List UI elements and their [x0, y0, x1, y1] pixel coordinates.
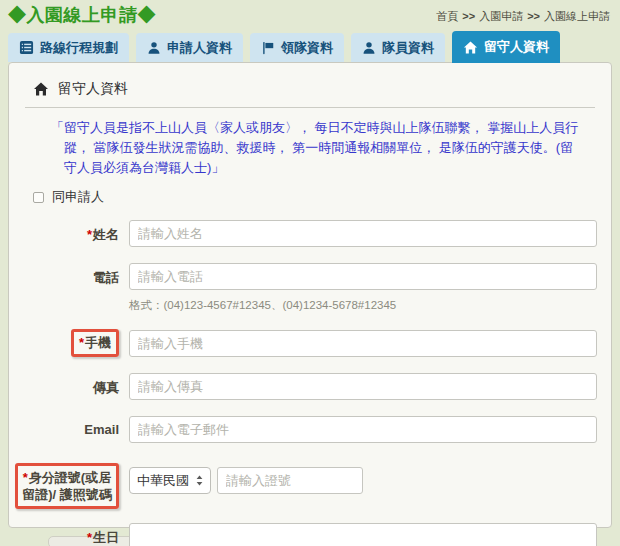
tab-bar: 路線行程規劃 申請人資料 領隊資料 隊員資料 留守人資料	[0, 30, 620, 62]
breadcrumb: 首頁>>入園申請>>入園線上申請	[436, 3, 610, 24]
same-as-applicant-checkbox[interactable]: 同申請人	[33, 188, 597, 206]
birthday-input[interactable]	[129, 523, 597, 546]
emergency-contact-form: *姓名 電話 格式：(04)123-4567#12345、(04)1234-56…	[23, 220, 597, 546]
id-number-highlight-box: *身分證號(或居留證)/ 護照號碼	[15, 463, 119, 509]
breadcrumb-separator: >>	[527, 10, 540, 22]
top-bar: ◆入園線上申請◆ 首頁>>入園申請>>入園線上申請	[0, 0, 620, 27]
checkbox-label: 同申請人	[52, 188, 104, 206]
required-asterisk: *	[79, 335, 84, 350]
phone-input[interactable]	[129, 263, 597, 290]
tab-member-info[interactable]: 隊員資料	[351, 33, 445, 62]
tab-leader-info[interactable]: 領隊資料	[250, 33, 344, 62]
nationality-selected-value: 中華民國	[137, 472, 189, 490]
form-panel: 留守人資料 「留守人員是指不上山人員〈家人或朋友〉， 每日不定時與山上隊伍聯繫，…	[8, 62, 612, 528]
name-input[interactable]	[129, 220, 597, 247]
mobile-input[interactable]	[129, 330, 597, 357]
breadcrumb-current: 入園線上申請	[544, 10, 610, 22]
email-row: Email	[23, 416, 597, 443]
tab-applicant-info[interactable]: 申請人資料	[136, 33, 243, 62]
birthday-label: *生日	[23, 523, 119, 546]
home-icon	[463, 40, 478, 55]
checkbox-box-icon[interactable]	[33, 192, 44, 203]
person-icon	[362, 41, 376, 55]
tab-label: 領隊資料	[281, 39, 333, 57]
birthday-row: *生日	[23, 523, 597, 546]
mobile-row: *手機	[23, 327, 597, 357]
flag-icon	[261, 41, 275, 55]
email-input[interactable]	[129, 416, 597, 443]
phone-label: 電話	[23, 263, 119, 287]
tab-emergency-contact-info[interactable]: 留守人資料	[452, 31, 560, 63]
id-number-input[interactable]	[217, 467, 363, 494]
id-number-label: *身分證號(或居留證)/ 護照號碼	[23, 461, 119, 509]
email-label: Email	[23, 416, 119, 437]
mobile-highlight-box: *手機	[71, 329, 119, 357]
breadcrumb-apply-link[interactable]: 入園申請	[479, 10, 523, 22]
tab-label: 路線行程規劃	[40, 39, 118, 57]
name-row: *姓名	[23, 220, 597, 247]
required-asterisk: *	[87, 530, 92, 545]
fax-row: 傳真	[23, 373, 597, 400]
section-title: 留守人資料	[58, 80, 128, 98]
tab-label: 留守人資料	[484, 38, 549, 56]
name-label: *姓名	[23, 220, 119, 244]
nationality-select[interactable]: 中華民國	[129, 467, 211, 494]
tab-label: 申請人資料	[167, 39, 232, 57]
section-header: 留守人資料	[23, 75, 597, 107]
tab-label: 隊員資料	[382, 39, 434, 57]
page-title: ◆入園線上申請◆	[8, 3, 156, 27]
select-updown-arrows-icon	[196, 475, 203, 486]
home-icon	[33, 81, 49, 97]
section-description: 「留守人員是指不上山人員〈家人或朋友〉， 每日不定時與山上隊伍聯繫， 掌握山上人…	[51, 118, 581, 178]
breadcrumb-separator: >>	[462, 10, 475, 22]
phone-row: 電話	[23, 263, 597, 290]
tab-route-plan[interactable]: 路線行程規劃	[8, 33, 129, 62]
required-asterisk: *	[23, 470, 28, 485]
fax-input[interactable]	[129, 373, 597, 400]
id-number-row: *身分證號(或居留證)/ 護照號碼 中華民國	[23, 461, 597, 509]
route-list-icon	[19, 40, 34, 55]
phone-format-hint: 格式：(04)123-4567#12345、(04)1234-5678#1234…	[129, 298, 597, 313]
mobile-label: *手機	[23, 327, 119, 357]
person-icon	[147, 41, 161, 55]
required-asterisk: *	[87, 227, 92, 242]
breadcrumb-home-link[interactable]: 首頁	[436, 10, 458, 22]
fax-label: 傳真	[23, 373, 119, 397]
section-divider	[25, 107, 595, 108]
